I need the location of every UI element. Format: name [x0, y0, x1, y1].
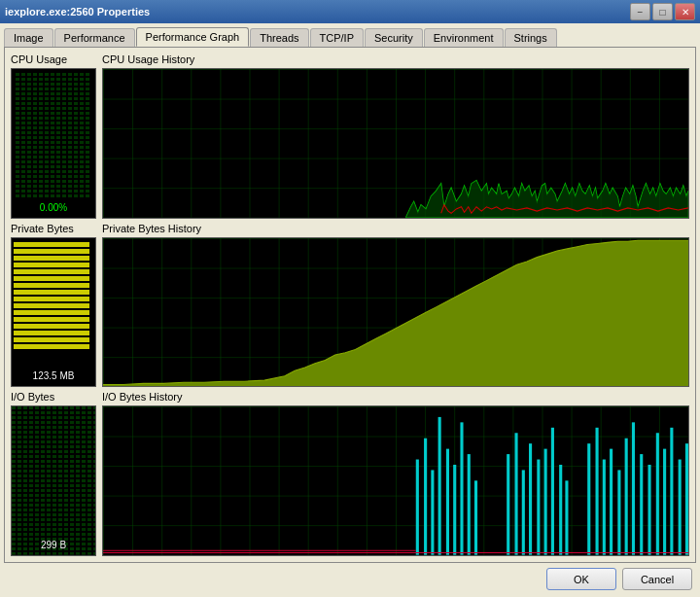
cpu-value: 0.00% — [12, 202, 95, 213]
svg-rect-61 — [670, 428, 673, 555]
cpu-history-chart — [102, 68, 689, 219]
svg-rect-10 — [14, 256, 89, 261]
svg-rect-32 — [416, 460, 419, 555]
window-content: Image Performance Performance Graph Thre… — [0, 23, 700, 597]
title-bar: iexplore.exe:2560 Properties − □ ✕ — [0, 0, 700, 23]
svg-rect-54 — [617, 471, 620, 555]
tab-threads[interactable]: Threads — [250, 28, 308, 47]
svg-rect-60 — [663, 449, 666, 555]
tab-image[interactable]: Image — [4, 28, 53, 47]
svg-rect-16 — [14, 297, 89, 301]
main-panel: CPU Usage — [4, 47, 696, 563]
svg-rect-11 — [14, 263, 89, 267]
io-history-label: I/O Bytes History — [102, 391, 689, 403]
cancel-button[interactable]: Cancel — [622, 568, 692, 590]
svg-rect-44 — [529, 444, 532, 556]
tab-environment[interactable]: Environment — [424, 28, 504, 47]
cpu-gauge-inner — [16, 73, 91, 198]
tab-performance[interactable]: Performance — [54, 28, 135, 47]
cpu-section: CPU Usage — [11, 53, 689, 219]
svg-rect-46 — [544, 449, 547, 555]
svg-rect-17 — [14, 303, 89, 308]
dialog-footer: OK Cancel — [4, 563, 696, 593]
svg-rect-19 — [14, 317, 89, 322]
svg-rect-15 — [14, 290, 89, 295]
private-bytes-history-group: Private Bytes History — [102, 223, 689, 388]
svg-rect-13 — [14, 276, 89, 281]
svg-rect-35 — [438, 417, 441, 555]
private-bytes-section: Private Bytes — [11, 223, 689, 388]
svg-rect-58 — [648, 465, 650, 555]
svg-rect-45 — [537, 460, 540, 555]
maximize-button[interactable]: □ — [652, 3, 673, 20]
private-bytes-gauge: 123.5 MB — [11, 237, 96, 388]
svg-rect-12 — [14, 269, 89, 274]
private-bytes-gauge-label: Private Bytes — [11, 223, 96, 234]
io-history-chart — [102, 405, 689, 556]
io-value: 299 B — [12, 540, 95, 550]
private-bytes-history-chart — [102, 237, 689, 388]
svg-rect-43 — [522, 471, 525, 555]
ok-button[interactable]: OK — [546, 568, 616, 590]
svg-rect-20 — [14, 324, 89, 329]
private-bytes-value: 123.5 MB — [12, 370, 95, 381]
svg-rect-56 — [632, 423, 635, 555]
svg-rect-52 — [603, 460, 606, 555]
svg-rect-22 — [14, 337, 89, 342]
svg-rect-39 — [468, 454, 471, 555]
svg-rect-59 — [656, 434, 659, 555]
svg-rect-48 — [559, 465, 562, 555]
private-bytes-history-label: Private Bytes History — [102, 223, 689, 234]
svg-rect-34 — [431, 471, 434, 555]
svg-rect-62 — [679, 460, 682, 555]
svg-rect-33 — [424, 439, 427, 555]
cpu-history-label: CPU Usage History — [102, 53, 689, 65]
svg-rect-31 — [103, 406, 688, 555]
svg-rect-14 — [14, 283, 89, 288]
io-gauge: 299 B — [11, 405, 96, 556]
svg-rect-50 — [587, 444, 590, 556]
svg-rect-36 — [446, 449, 449, 555]
tab-security[interactable]: Security — [365, 28, 423, 47]
minimize-button[interactable]: − — [630, 3, 650, 20]
cpu-gauge-label: CPU Usage — [11, 53, 96, 65]
svg-rect-18 — [14, 310, 89, 315]
svg-rect-41 — [507, 454, 509, 555]
tab-tcpip[interactable]: TCP/IP — [310, 28, 364, 47]
svg-rect-29 — [12, 406, 95, 555]
svg-rect-47 — [551, 428, 554, 555]
close-button[interactable]: ✕ — [675, 3, 695, 20]
svg-rect-49 — [565, 481, 568, 555]
svg-rect-2 — [16, 73, 91, 198]
cpu-gauge: 0.00% — [11, 68, 96, 219]
svg-rect-42 — [514, 434, 517, 555]
window-controls: − □ ✕ — [630, 3, 695, 20]
svg-rect-38 — [460, 423, 463, 555]
svg-rect-9 — [14, 249, 89, 254]
io-section: I/O Bytes 299 B I/O Bytes His — [11, 391, 689, 556]
cpu-history-group: CPU Usage History — [102, 53, 689, 219]
svg-rect-40 — [474, 481, 477, 555]
svg-rect-51 — [596, 428, 599, 555]
tabs-bar: Image Performance Performance Graph Thre… — [4, 27, 696, 47]
io-history-group: I/O Bytes History — [102, 391, 689, 556]
svg-rect-55 — [625, 439, 628, 555]
tab-performance-graph[interactable]: Performance Graph — [136, 27, 250, 47]
window-title: iexplore.exe:2560 Properties — [5, 6, 150, 18]
svg-rect-37 — [453, 465, 456, 555]
svg-rect-8 — [14, 242, 89, 247]
svg-rect-57 — [640, 454, 643, 555]
svg-rect-23 — [14, 344, 89, 349]
svg-rect-53 — [610, 449, 612, 555]
tab-strings[interactable]: Strings — [505, 28, 557, 47]
svg-rect-21 — [14, 331, 89, 335]
svg-rect-63 — [685, 444, 688, 556]
io-gauge-label: I/O Bytes — [11, 391, 96, 403]
